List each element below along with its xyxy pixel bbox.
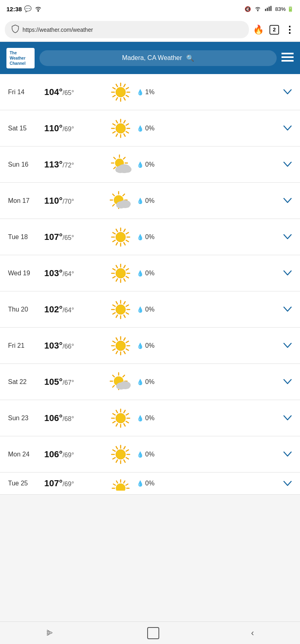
forecast-row[interactable]: Wed 19 103°/64° 💧 0% xyxy=(0,255,300,291)
day-label: Thu 20 xyxy=(8,306,44,313)
forecast-row[interactable]: Sat 15 110°/69° 💧 0% xyxy=(0,110,300,147)
precip-value: 1% xyxy=(145,89,154,96)
time-display: 12:38 xyxy=(6,6,22,12)
temp-high: 105° xyxy=(44,377,63,387)
svg-line-156 xyxy=(113,484,115,485)
raindrop-icon: 💧 xyxy=(137,343,144,349)
precipitation: 💧 0% xyxy=(137,415,283,422)
expand-chevron[interactable] xyxy=(283,268,292,278)
svg-line-32 xyxy=(126,124,129,125)
svg-line-66 xyxy=(113,232,115,233)
svg-line-69 xyxy=(124,229,125,231)
weather-forecast-list: Fri 14 104°/65° 💧 1% Sat 15 110°/69° 💧 0… xyxy=(0,74,300,495)
weather-icon xyxy=(105,408,137,429)
forecast-row[interactable]: Mon 24 106°/69° 💧 0% xyxy=(0,436,300,473)
svg-rect-3 xyxy=(271,6,272,11)
forecast-row[interactable]: Mon 17 110°/70° 💧 0% xyxy=(0,183,300,219)
forecast-row[interactable]: Tue 18 107°/65° 💧 0% xyxy=(0,219,300,255)
svg-line-140 xyxy=(116,460,117,462)
precipitation: 💧 0% xyxy=(137,306,283,313)
svg-rect-0 xyxy=(265,8,266,10)
precip-value: 0% xyxy=(145,480,154,487)
svg-line-90 xyxy=(113,312,115,314)
expand-chevron[interactable] xyxy=(283,377,292,386)
svg-line-82 xyxy=(124,265,125,268)
expand-chevron[interactable] xyxy=(283,450,292,459)
expand-chevron[interactable] xyxy=(283,305,292,314)
svg-line-131 xyxy=(116,410,117,413)
raindrop-icon: 💧 xyxy=(137,89,144,95)
more-options-icon[interactable]: ⋮ xyxy=(285,24,295,35)
forecast-row[interactable]: Sat 22 105°/67° 💧 0% xyxy=(0,364,300,400)
expand-chevron[interactable] xyxy=(283,160,292,169)
day-label: Sun 16 xyxy=(8,161,44,168)
svg-line-16 xyxy=(116,84,117,87)
svg-line-74 xyxy=(124,279,125,281)
svg-line-87 xyxy=(124,315,125,317)
svg-line-141 xyxy=(113,457,115,458)
forecast-row[interactable]: Thu 20 102°/64° 💧 0% xyxy=(0,291,300,328)
svg-rect-5 xyxy=(282,56,294,58)
battery-display: 83% 🔋 xyxy=(275,6,294,12)
svg-rect-4 xyxy=(282,53,294,54)
battery-icon: 🔋 xyxy=(287,6,294,12)
temp-low: /64° xyxy=(63,307,74,314)
fire-icon[interactable]: 🔥 xyxy=(253,25,264,35)
location-search-bar[interactable]: Madera, CA Weather 🔍 xyxy=(39,50,277,66)
status-right: 🔇 83% 🔋 xyxy=(245,6,294,12)
svg-line-143 xyxy=(113,450,115,451)
expand-chevron[interactable] xyxy=(283,413,292,423)
tab-count[interactable]: 2 xyxy=(269,25,279,35)
svg-line-79 xyxy=(113,268,115,270)
forecast-row[interactable]: Tue 25 107°/69° 💧 0% xyxy=(0,473,300,495)
temp-range: 107°/65° xyxy=(44,232,105,242)
temp-range: 110°/70° xyxy=(44,196,105,206)
forecast-row[interactable]: Fri 21 103°/66° 💧 0% xyxy=(0,328,300,364)
temp-high: 102° xyxy=(44,304,63,314)
temp-low: /66° xyxy=(63,343,74,350)
svg-line-128 xyxy=(113,421,115,422)
temp-high: 106° xyxy=(44,449,63,459)
expand-chevron[interactable] xyxy=(283,87,292,97)
svg-line-83 xyxy=(126,268,129,270)
day-label: Sun 23 xyxy=(8,415,44,422)
expand-chevron[interactable] xyxy=(283,124,292,133)
svg-line-114 xyxy=(113,385,114,387)
svg-line-37 xyxy=(114,167,115,168)
menu-button[interactable] xyxy=(282,52,294,64)
svg-line-76 xyxy=(116,279,117,281)
svg-line-144 xyxy=(116,446,117,449)
forecast-row[interactable]: Sun 23 106°/68° 💧 0% xyxy=(0,400,300,436)
svg-point-20 xyxy=(116,123,125,133)
temp-high: 107° xyxy=(44,232,63,242)
day-label: Mon 24 xyxy=(8,451,44,458)
temp-high: 103° xyxy=(44,268,63,278)
forecast-row[interactable]: Fri 14 104°/65° 💧 1% xyxy=(0,74,300,110)
temp-low: /68° xyxy=(63,415,74,422)
weather-icon xyxy=(105,263,137,284)
svg-line-134 xyxy=(126,413,129,415)
raindrop-icon: 💧 xyxy=(137,270,144,277)
svg-rect-45 xyxy=(115,167,130,172)
raindrop-icon: 💧 xyxy=(137,306,144,313)
svg-line-29 xyxy=(116,120,117,123)
temp-range: 107°/69° xyxy=(44,478,105,489)
expand-chevron[interactable] xyxy=(283,479,292,488)
forecast-row[interactable]: Sun 16 113°/72° 💧 0% xyxy=(0,147,300,183)
expand-chevron[interactable] xyxy=(283,341,292,350)
temp-low: /64° xyxy=(63,270,74,277)
raindrop-icon: 💧 xyxy=(137,234,144,240)
temp-range: 103°/64° xyxy=(44,268,105,279)
precip-value: 0% xyxy=(145,125,154,132)
precipitation: 💧 0% xyxy=(137,161,283,168)
expand-chevron[interactable] xyxy=(283,232,292,242)
temp-low: /65° xyxy=(63,89,74,96)
wifi-icon xyxy=(34,5,42,13)
precipitation: 💧 0% xyxy=(137,378,283,386)
svg-line-99 xyxy=(126,349,129,350)
svg-line-124 xyxy=(126,421,129,422)
svg-line-61 xyxy=(124,242,125,245)
expand-chevron[interactable] xyxy=(283,196,292,205)
svg-line-39 xyxy=(114,157,115,159)
url-bar[interactable]: https://weather.com/weather xyxy=(5,21,249,38)
